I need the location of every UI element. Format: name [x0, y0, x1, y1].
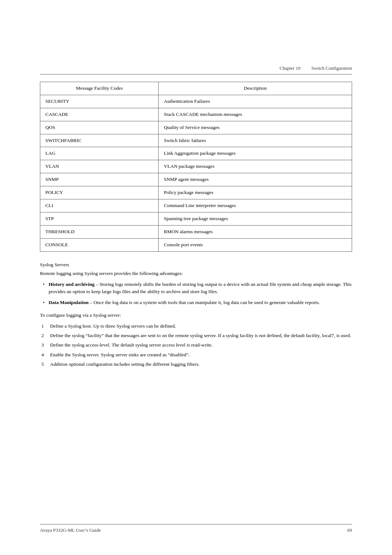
table-cell-description: Link Aggregation package messages [159, 147, 352, 160]
facility-table: Message Facility Codes Description SECUR… [40, 82, 352, 252]
footer-rule [40, 524, 352, 524]
table-cell-description: SNMP agent messages [159, 173, 352, 186]
step-number: 1 [41, 323, 44, 330]
step-item: 1Define a Syslog host. Up to three Syslo… [40, 323, 352, 330]
header-chapter: Chapter 10 [279, 65, 300, 71]
step-number: 5 [41, 361, 44, 368]
table-cell-code: STP [40, 212, 159, 225]
table-cell-code: SECURITY [40, 95, 159, 108]
header-rule [40, 74, 352, 74]
config-intro: To configure logging via a Syslog server… [40, 312, 352, 319]
step-number: 2 [41, 332, 44, 339]
table-row: CASCADEStack CASCADE mechanism messages [40, 108, 352, 121]
page-footer: Avaya P332G-ML User’s Guide 69 [0, 524, 392, 533]
bullet-item: History and archiving – Storing logs rem… [40, 281, 352, 296]
step-text: Define the syslog “facility” that the me… [50, 333, 351, 338]
table-cell-code: THRESHOLD [40, 225, 159, 238]
table-row: CLICommand Line interpreter messages [40, 199, 352, 212]
table-row: QOSQuality of Service messages [40, 121, 352, 134]
step-number: 3 [41, 341, 44, 349]
table-row: VLANVLAN package messages [40, 160, 352, 173]
table-cell-code: VLAN [40, 160, 159, 173]
step-item: 3Define the syslog access-level. The def… [40, 341, 352, 349]
table-cell-description: Switch fabric failures [159, 134, 352, 147]
page-header: Chapter 10 Switch Configuration [0, 0, 392, 74]
table-cell-code: CONSOLE [40, 238, 159, 251]
footer-right: 69 [347, 527, 352, 533]
table-header-description: Description [159, 82, 352, 95]
syslog-heading: Syslog Servers [40, 262, 352, 268]
table-row: SWITCHFABRICSwitch fabric failures [40, 134, 352, 147]
table-row: THRESHOLDRMON alarms messages [40, 225, 352, 238]
table-row: STPSpanning tree package messages [40, 212, 352, 225]
table-cell-code: LAG [40, 147, 159, 160]
table-cell-description: RMON alarms messages [159, 225, 352, 238]
step-text: Define the syslog access-level. The defa… [50, 342, 213, 348]
table-cell-description: Quality of Service messages [159, 121, 352, 134]
header-title: Switch Configuration [311, 65, 352, 71]
bullet-item: Data Manipulation – Once the log data is… [40, 299, 352, 306]
syslog-intro: Remote logging using Syslog servers prov… [40, 270, 352, 277]
step-text: Define a Syslog host. Up to three Syslog… [50, 323, 176, 329]
step-item: 5Addition optional configuration include… [40, 361, 352, 368]
table-row: CONSOLEConsole port events [40, 238, 352, 251]
table-cell-code: QOS [40, 121, 159, 134]
table-cell-code: POLICY [40, 186, 159, 199]
table-row: SNMPSNMP agent messages [40, 173, 352, 186]
table-cell-description: VLAN package messages [159, 160, 352, 173]
footer-content: Avaya P332G-ML User’s Guide 69 [40, 527, 352, 533]
table-header-code: Message Facility Codes [40, 82, 159, 95]
table-cell-description: Authentication Failures [159, 95, 352, 108]
footer-left: Avaya P332G-ML User’s Guide [40, 527, 101, 533]
table-cell-code: CLI [40, 199, 159, 212]
syslog-bullet-list: History and archiving – Storing logs rem… [40, 281, 352, 307]
page: Chapter 10 Switch Configuration Message … [0, 0, 392, 555]
table-cell-description: Spanning tree package messages [159, 212, 352, 225]
table-cell-code: SWITCHFABRIC [40, 134, 159, 147]
table-cell-description: Command Line interpreter messages [159, 199, 352, 212]
step-text: Addition optional configuration includes… [50, 361, 200, 367]
table-cell-description: Stack CASCADE mechanism messages [159, 108, 352, 121]
table-row: SECURITYAuthentication Failures [40, 95, 352, 108]
table-cell-description: Policy package messages [159, 186, 352, 199]
step-item: 4Enable the Syslog server. Syslog server… [40, 351, 352, 358]
step-number: 4 [41, 351, 44, 358]
step-item: 2Define the syslog “facility” that the m… [40, 332, 352, 339]
config-steps-list: 1Define a Syslog host. Up to three Syslo… [40, 323, 352, 368]
table-cell-description: Console port events [159, 238, 352, 251]
table-cell-code: CASCADE [40, 108, 159, 121]
table-row: POLICYPolicy package messages [40, 186, 352, 199]
step-text: Enable the Syslog server. Syslog server … [50, 352, 190, 357]
main-content: Message Facility Codes Description SECUR… [0, 82, 392, 368]
table-row: LAGLink Aggregation package messages [40, 147, 352, 160]
table-cell-code: SNMP [40, 173, 159, 186]
